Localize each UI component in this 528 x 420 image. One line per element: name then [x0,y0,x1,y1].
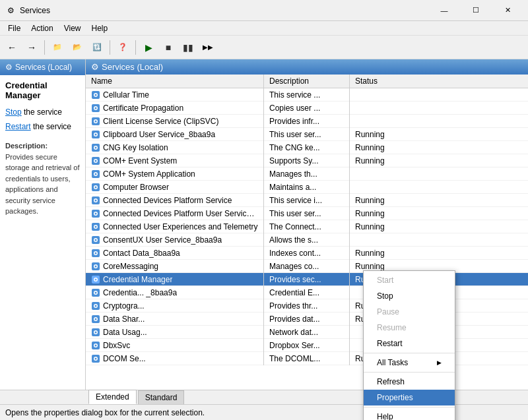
menu-action[interactable]: Action [26,22,58,34]
service-name: DCOM Se... [86,352,264,365]
toolbar-play[interactable]: ▶ [139,38,158,57]
service-icon [91,328,100,337]
services-header: Name Description Status [86,75,528,88]
context-menu-item-stop[interactable]: Stop [364,288,455,304]
service-row[interactable]: CNG Key IsolationThe CNG ke...Running [86,141,528,154]
toolbar-pause[interactable]: ▮▮ [179,38,197,57]
restart-service-link[interactable]: Restart [5,122,31,131]
service-row[interactable]: Clipboard User Service_8baa9aThis user s… [86,128,528,141]
service-status [350,119,403,123]
service-row[interactable]: Credential ManagerProvides sec...Running [86,273,528,286]
toolbar-forward[interactable]: → [22,38,41,57]
service-icon [91,301,100,311]
service-icon [91,117,100,126]
service-status [350,93,403,97]
context-menu-item-properties[interactable]: Properties [364,390,455,405]
service-name: Data Shar... [86,313,264,326]
context-menu-sep [364,372,455,373]
close-button[interactable]: ✕ [492,0,523,21]
service-icon [91,315,100,324]
service-row[interactable]: DCOM Se...The DCOML...Running [86,352,528,365]
service-row[interactable]: DbxSvcDropbox Ser... [86,339,528,352]
service-status: Running [350,247,403,260]
title-bar: ⚙ Services — ☐ ✕ [0,0,528,21]
toolbar-sep-3 [135,40,136,55]
toolbar-refresh[interactable]: 🔃 [88,38,106,57]
service-row[interactable]: Cryptogra...Provides thr...Running [86,299,528,313]
service-row[interactable]: Connected Devices Platform ServiceThis s… [86,194,528,207]
context-menu-item-restart[interactable]: Restart [364,336,455,351]
service-desc: This service ... [264,88,350,102]
service-icon [91,169,100,179]
toolbar-folder[interactable]: 📂 [68,38,86,57]
service-icon [91,288,100,297]
maximize-button[interactable]: ☐ [461,0,491,21]
context-menu-sep [364,407,455,407]
service-desc: The CNG ke... [264,141,350,154]
service-name: CNG Key Isolation [86,141,264,154]
service-row[interactable]: CoreMessagingManages co...Running [86,260,528,273]
right-panel: ⚙ Services (Local) Name Description Stat… [86,59,528,390]
service-icon [91,209,100,218]
service-desc: Dropbox Ser... [264,339,350,352]
svg-point-44 [95,278,97,280]
window-title: Services [20,6,429,15]
left-panel-title: Credential Manager [5,80,80,100]
col-header-desc[interactable]: Description [264,75,350,88]
menu-view[interactable]: View [59,22,86,34]
service-name: CoreMessaging [86,260,264,273]
svg-point-38 [95,252,97,254]
panel-icon: ⚙ [91,62,99,72]
left-nav-title: Services (Local) [15,63,72,72]
service-status: Running [350,194,403,207]
service-name: Certificate Propagation [86,102,264,115]
service-desc: Allows the s... [264,233,350,247]
service-desc: Credential E... [264,286,350,299]
context-menu-item-refresh[interactable]: Refresh [364,374,455,390]
svg-point-47 [95,291,97,293]
service-desc: Provides infr... [264,115,350,128]
col-header-status[interactable]: Status [350,75,403,88]
service-row[interactable]: Credentia... _8baa9aCredential E... [86,286,528,299]
minimize-button[interactable]: — [429,0,459,21]
toolbar-up[interactable]: 📁 [48,38,67,57]
svg-point-29 [95,212,97,214]
service-row[interactable]: COM+ Event SystemSupports Sy...Running [86,154,528,167]
service-row[interactable]: Client License Service (ClipSVC)Provides… [86,115,528,128]
service-row[interactable]: Connected Devices Platform User Service_… [86,207,528,220]
service-status [350,238,403,242]
service-desc: The Connect... [264,220,350,233]
menu-file[interactable]: File [3,22,26,34]
service-row[interactable]: COM+ System ApplicationManages th... [86,167,528,181]
stop-service-link[interactable]: Stop [5,107,22,117]
service-row[interactable]: Computer BrowserMaintains a... [86,181,528,194]
svg-point-62 [95,357,97,359]
svg-point-8 [95,120,97,122]
svg-point-50 [95,305,97,307]
service-row[interactable]: Contact Data_8baa9aIndexes cont...Runnin… [86,247,528,260]
toolbar-restart[interactable]: ▶▶ [199,38,217,57]
services-rows[interactable]: Cellular TimeThis service ... Certificat… [86,88,528,390]
service-icon [91,104,100,113]
left-panel: Credential Manager Stop the service Rest… [0,75,86,222]
service-row[interactable]: Certificate PropagationCopies user ... [86,102,528,115]
service-row[interactable]: Data Shar...Provides dat...Running [86,313,528,326]
service-row[interactable]: Cellular TimeThis service ... [86,88,528,102]
context-menu-item-help[interactable]: Help [364,409,455,420]
context-menu-item-all-tasks[interactable]: All Tasks▶ [364,355,455,371]
service-icon [91,222,100,231]
toolbar-back[interactable]: ← [3,38,21,57]
menu-help[interactable]: Help [86,22,114,34]
service-row[interactable]: ConsentUX User Service_8baa9aAllows the … [86,233,528,247]
context-menu-item-pause: Pause [364,304,455,320]
toolbar-help[interactable]: ❓ [114,38,132,57]
service-row[interactable]: Connected User Experiences and Telemetry… [86,220,528,233]
tab-standard[interactable]: Standard [138,390,185,404]
toolbar-stop[interactable]: ■ [159,38,178,57]
service-row[interactable]: Data Usag...Network dat... [86,326,528,339]
service-status [350,185,403,189]
window-controls: — ☐ ✕ [429,0,523,21]
toolbar: ← → 📁 📂 🔃 ❓ ▶ ■ ▮▮ ▶▶ [0,36,528,59]
tab-extended[interactable]: Extended [88,390,137,404]
col-header-name[interactable]: Name [86,75,264,88]
